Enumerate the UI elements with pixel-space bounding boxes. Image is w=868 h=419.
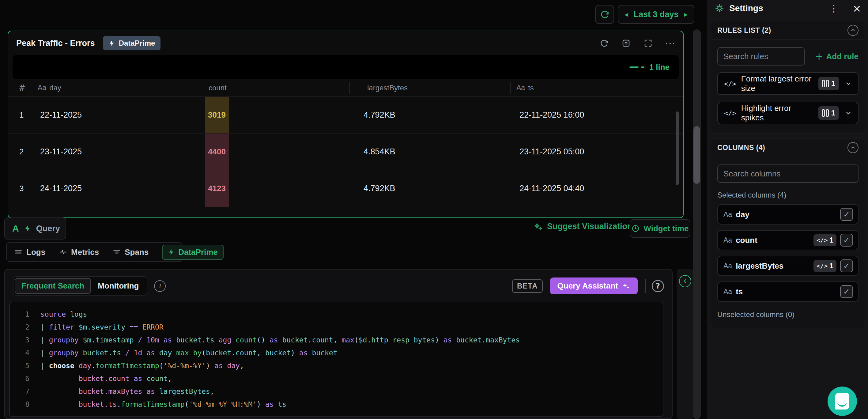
mode-switch: Frequent Search Monitoring xyxy=(13,276,147,296)
column-badge-count: 1 xyxy=(829,236,833,244)
dataprime-code-editor[interactable]: 1source logs2| filter $m.severity == ERR… xyxy=(9,302,663,417)
close-icon[interactable]: × xyxy=(853,4,862,13)
type-prefix: Aa xyxy=(723,210,732,219)
code-icon: </> xyxy=(724,80,736,88)
kebab-menu-icon[interactable]: ⋮ xyxy=(829,3,839,14)
code-icon: </> xyxy=(816,236,828,244)
code-line: 3| groupby $m.timestamp / 10m as bucket.… xyxy=(10,333,663,347)
selected-columns-list: Aaday✓Aacount</>1✓AalargestBytes</>1✓Aat… xyxy=(717,204,859,302)
table-row[interactable]: 122-11-202530194.792KB22-11-2025 16:00 xyxy=(8,97,683,133)
dataprime-badge-label: DataPrime xyxy=(119,39,155,48)
query-assistant-label: Query Assistant xyxy=(557,281,618,291)
column-header-count[interactable]: count xyxy=(191,79,349,96)
widget-export-icon[interactable] xyxy=(621,38,631,48)
cell-ts: 22-11-2025 16:00 xyxy=(510,97,683,133)
columns-section-header: COLUMNS (4) xyxy=(711,139,865,157)
column-checkbox[interactable]: ✓ xyxy=(840,285,853,298)
rule-item[interactable]: </>Highlight error spikes1 xyxy=(717,102,859,124)
tab-dataprime[interactable]: DataPrime xyxy=(162,245,224,260)
column-item-count[interactable]: Aacount</>1✓ xyxy=(717,230,859,250)
collapse-section-icon[interactable] xyxy=(847,142,859,153)
tab-logs[interactable]: Logs xyxy=(14,247,45,257)
column-item-largestBytes[interactable]: AalargestBytes</>1✓ xyxy=(717,256,859,276)
cell-count: 3019 xyxy=(191,97,349,133)
query-tab-label: Query xyxy=(36,224,60,233)
unselected-columns-label: Unselected columns (0) xyxy=(717,310,859,319)
mode-frequent-search[interactable]: Frequent Search xyxy=(15,278,91,294)
code-line: 7 bucket.maxBytes as largestBytes, xyxy=(10,385,663,398)
line-number: 2 xyxy=(10,321,29,333)
info-icon[interactable]: i xyxy=(154,280,166,292)
tab-spans[interactable]: Spans xyxy=(113,247,149,257)
widget-time-label: Widget time xyxy=(644,224,688,233)
code-icon: </> xyxy=(816,262,828,270)
query-tab[interactable]: A Query xyxy=(4,217,66,240)
add-rule-button[interactable]: + Add rule xyxy=(815,51,859,62)
query-panel: Frequent Search Monitoring i BETA Query … xyxy=(4,269,673,419)
sidebar-title: Settings xyxy=(729,3,763,13)
tab-label: Metrics xyxy=(71,247,99,257)
cell-day: 22-11-2025 xyxy=(30,97,191,133)
column-label: day xyxy=(736,210,749,219)
column-label: day xyxy=(49,84,61,92)
page-scrollbar-track[interactable] xyxy=(693,29,701,419)
column-label: ts xyxy=(528,84,534,92)
collapse-section-icon[interactable] xyxy=(847,25,859,36)
column-header-ts[interactable]: Aa ts xyxy=(510,79,683,96)
chevron-down-icon[interactable] xyxy=(845,80,852,87)
table-row[interactable]: 324-11-202541234.792KB24-11-2025 04:40 xyxy=(8,170,683,207)
line-dash-icon xyxy=(629,66,639,68)
selected-columns-label: Selected columns (4) xyxy=(717,191,859,200)
page-scrollbar-thumb[interactable] xyxy=(693,126,700,184)
column-checkbox[interactable]: ✓ xyxy=(840,234,853,246)
widget-fullscreen-icon[interactable] xyxy=(643,38,653,48)
chevron-down-icon[interactable] xyxy=(845,110,852,116)
widget-more-icon[interactable]: ⋯ xyxy=(665,38,675,48)
cell-count: 4123 xyxy=(191,170,349,207)
code-line: 8 bucket.ts.formatTimestamp('%d-%m-%Y %H… xyxy=(10,398,663,411)
column-checkbox[interactable]: ✓ xyxy=(840,208,853,221)
column-checkbox[interactable]: ✓ xyxy=(840,260,853,272)
line-number: 8 xyxy=(10,398,29,411)
widget-time-button[interactable]: Widget time xyxy=(630,219,690,238)
mode-monitoring[interactable]: Monitoring xyxy=(91,278,146,294)
count-highlight-badge: 4123 xyxy=(205,170,229,207)
refresh-icon xyxy=(600,9,610,19)
query-assistant-button[interactable]: Query Assistant xyxy=(550,277,638,294)
code-text: | filter $m.severity == ERROR xyxy=(40,321,163,333)
type-prefix: Aa xyxy=(723,288,732,296)
column-header-index[interactable]: # xyxy=(8,79,30,96)
rule-badge-count: 1 xyxy=(831,79,835,88)
column-header-largestBytes[interactable]: largestBytes xyxy=(349,79,510,96)
time-range-picker[interactable]: ◂ Last 3 days ▸ xyxy=(618,5,694,24)
bolt-icon xyxy=(168,249,175,256)
plus-icon: + xyxy=(815,51,823,62)
time-next-icon[interactable]: ▸ xyxy=(684,10,688,19)
cell-largestBytes: 4.792KB xyxy=(349,97,510,133)
bolt-icon xyxy=(24,225,31,232)
search-columns-input[interactable] xyxy=(717,164,859,183)
help-icon[interactable]: ? xyxy=(652,280,664,292)
settings-sidebar: Settings ⋮ × RULES LIST (2) + Add rule xyxy=(708,0,868,419)
tab-label: Logs xyxy=(26,247,45,257)
search-rules-input[interactable] xyxy=(717,47,805,65)
global-refresh-button[interactable] xyxy=(595,5,614,24)
code-text: source logs xyxy=(40,308,87,321)
table-scrollbar[interactable] xyxy=(676,112,679,185)
collapse-panel-button[interactable] xyxy=(679,275,691,287)
chat-support-button[interactable] xyxy=(828,387,857,416)
column-item-day[interactable]: Aaday✓ xyxy=(717,204,859,225)
tab-label: Spans xyxy=(125,247,149,257)
suggest-visualizations-button[interactable]: Suggest Visualizations xyxy=(533,222,637,231)
rule-item[interactable]: </>Format largest error size1 xyxy=(717,72,859,95)
column-item-ts[interactable]: Aats✓ xyxy=(717,281,859,302)
code-text: | choose day.formatTimestamp('%d-%m-%Y')… xyxy=(40,359,244,372)
tab-metrics[interactable]: Metrics xyxy=(59,247,99,257)
code-text: | groupby bucket.ts / 1d as day max_by(b… xyxy=(40,347,338,359)
table-row[interactable]: 223-11-202544004.854KB23-11-2025 05:00 xyxy=(8,133,683,170)
bolt-icon xyxy=(108,40,115,47)
widget-refresh-icon[interactable] xyxy=(599,38,609,48)
suggest-visualizations-label: Suggest Visualizations xyxy=(547,222,637,231)
column-header-day[interactable]: Aa day xyxy=(30,79,191,96)
time-prev-icon[interactable]: ◂ xyxy=(624,10,628,19)
